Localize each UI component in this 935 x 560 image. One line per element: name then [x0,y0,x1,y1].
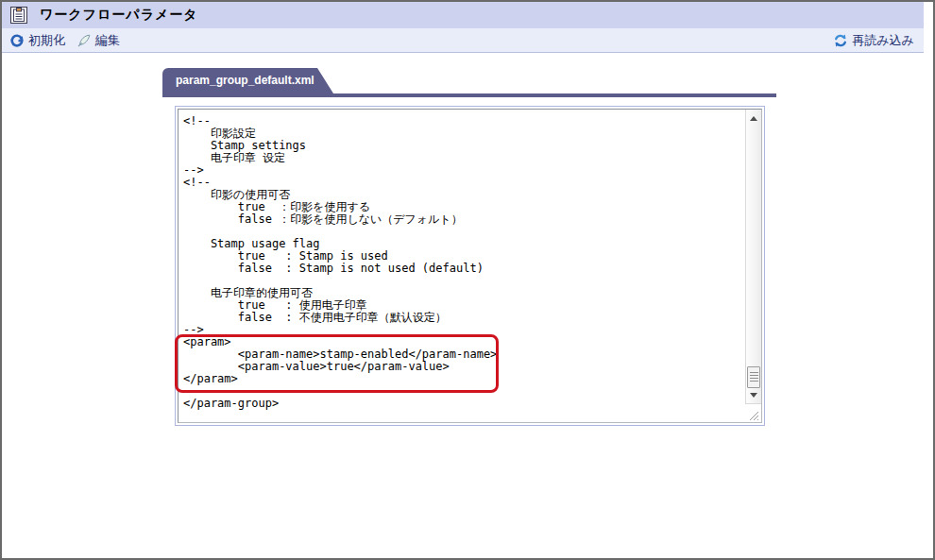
initialize-label: 初期化 [28,32,65,49]
tab-label: param_group_default.xml [176,74,314,87]
refresh-icon [833,33,848,48]
reload-button[interactable]: 再読み込み [833,32,914,49]
initialize-button[interactable]: 初期化 [9,32,65,49]
page-title: ワークフローパラメータ [40,7,198,24]
edit-label: 編集 [95,32,120,49]
resize-grip-icon[interactable] [747,408,759,420]
arrow-down-icon [750,393,757,398]
title-bar: ワークフローパラメータ [2,2,924,28]
tab-param-group-default-xml[interactable]: param_group_default.xml [162,68,317,93]
scroll-down-button[interactable] [746,387,761,402]
reload-label: 再読み込み [852,32,914,49]
clipboard-icon [10,7,27,24]
scroll-thumb[interactable] [747,366,760,388]
scroll-up-button[interactable] [746,110,761,126]
vertical-scrollbar[interactable] [745,110,761,404]
quill-icon [76,33,92,48]
tab-underline [162,93,776,97]
edit-button[interactable]: 編集 [76,32,120,49]
circular-arrow-icon [9,33,25,48]
page-frame: ワークフローパラメータ 初期化 編集 [0,0,935,560]
xml-textarea[interactable]: <!-- 印影設定 Stamp settings 电子印章 设定 --> <!-… [178,109,762,423]
arrow-up-icon [750,116,757,121]
thumb-grip-icon [750,372,758,382]
toolbar: 初期化 編集 再読み込み [2,28,924,53]
xml-editor-frame: <!-- 印影設定 Stamp settings 电子印章 设定 --> <!-… [175,106,765,426]
xml-content: <!-- 印影設定 Stamp settings 电子印章 设定 --> <!-… [178,110,745,422]
